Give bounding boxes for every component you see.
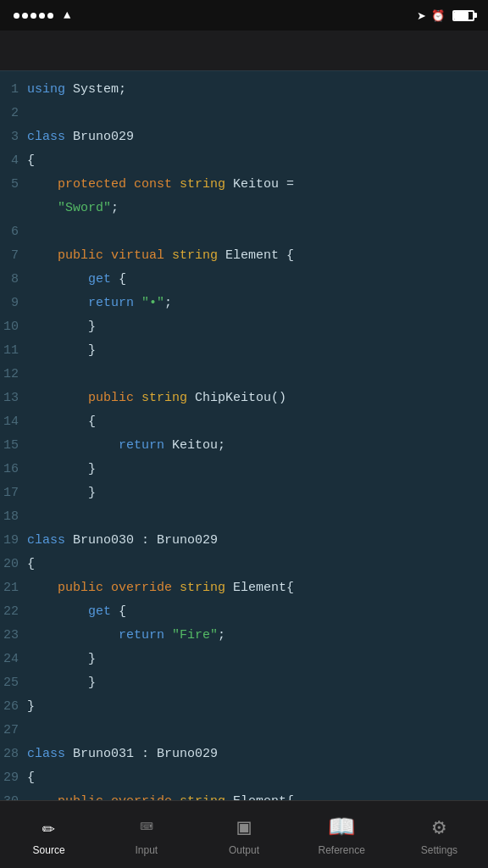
line-code: { bbox=[27, 149, 488, 173]
line-number: 2 bbox=[0, 106, 27, 120]
line-number: 23 bbox=[0, 628, 27, 643]
line-code: { bbox=[27, 766, 488, 790]
code-line: 6 bbox=[0, 220, 488, 244]
line-number: 25 bbox=[0, 676, 27, 690]
line-code: } bbox=[27, 458, 488, 481]
line-code: public override string Element{ bbox=[27, 576, 488, 600]
code-line: 26} bbox=[0, 695, 488, 719]
wifi-icon: ▲ bbox=[64, 8, 70, 22]
line-number: 7 bbox=[0, 248, 27, 263]
line-number: 5 bbox=[0, 177, 27, 192]
line-code: public string ChipKeitou() bbox=[27, 387, 488, 410]
code-line: 25 } bbox=[0, 671, 488, 695]
line-code: return "•"; bbox=[27, 292, 488, 315]
code-line: 30 public override string Element{ bbox=[0, 790, 488, 800]
code-line: 12 bbox=[0, 363, 488, 387]
code-line: 9 return "•"; bbox=[0, 292, 488, 315]
tab-item-input[interactable]: ⌨Input bbox=[97, 801, 195, 868]
line-code: class Bruno029 bbox=[27, 125, 488, 149]
line-code: protected const string Keitou = bbox=[27, 173, 488, 197]
line-number: 10 bbox=[0, 320, 27, 334]
line-number: 12 bbox=[0, 367, 27, 381]
code-line: 24 } bbox=[0, 648, 488, 671]
code-line: 2 bbox=[0, 102, 488, 125]
code-line: 28class Bruno031 : Bruno029 bbox=[0, 743, 488, 766]
line-code: } bbox=[27, 481, 488, 505]
code-line: 11 } bbox=[0, 339, 488, 363]
output-tab-icon: ▣ bbox=[237, 814, 251, 841]
line-code: } bbox=[27, 648, 488, 671]
line-number: 26 bbox=[0, 699, 27, 714]
line-number: 18 bbox=[0, 509, 27, 524]
toolbar bbox=[0, 31, 488, 71]
line-code: return Keitou; bbox=[27, 434, 488, 458]
line-number: 9 bbox=[0, 296, 27, 310]
line-number: 22 bbox=[0, 604, 27, 619]
code-editor[interactable]: 1using System;2 3class Bruno0294{5 prote… bbox=[0, 71, 488, 800]
code-line: 19class Bruno030 : Bruno029 bbox=[0, 529, 488, 553]
status-bar: ▲ ➤ ⏰ bbox=[0, 0, 488, 31]
location-icon: ➤ bbox=[417, 9, 426, 22]
battery-container bbox=[450, 10, 474, 21]
reference-tab-label: Reference bbox=[319, 844, 365, 856]
signal-dots bbox=[14, 13, 53, 19]
code-line: 22 get { bbox=[0, 600, 488, 624]
line-number: 8 bbox=[0, 272, 27, 287]
code-line: 29{ bbox=[0, 766, 488, 790]
line-code: get { bbox=[27, 600, 488, 624]
line-number: 15 bbox=[0, 438, 27, 453]
code-line: 18 bbox=[0, 505, 488, 529]
line-number: 11 bbox=[0, 343, 27, 358]
line-number: 13 bbox=[0, 391, 27, 405]
line-code: "Sword"; bbox=[27, 197, 488, 220]
line-code bbox=[27, 363, 488, 387]
code-line: 3class Bruno029 bbox=[0, 125, 488, 149]
line-number: 19 bbox=[0, 533, 27, 548]
line-number: 28 bbox=[0, 747, 27, 761]
output-tab-label: Output bbox=[229, 844, 259, 856]
line-number: 3 bbox=[0, 130, 27, 144]
tab-item-output[interactable]: ▣Output bbox=[195, 801, 292, 868]
line-code: } bbox=[27, 315, 488, 339]
line-number: 1 bbox=[0, 82, 27, 97]
line-code: class Bruno030 : Bruno029 bbox=[27, 529, 488, 553]
line-code: } bbox=[27, 695, 488, 719]
line-number: 6 bbox=[0, 225, 27, 239]
line-code: get { bbox=[27, 268, 488, 292]
line-code: } bbox=[27, 671, 488, 695]
tab-item-settings[interactable]: ⚙Settings bbox=[391, 801, 488, 868]
line-number: 14 bbox=[0, 415, 27, 429]
battery-icon bbox=[452, 10, 474, 21]
settings-tab-label: Settings bbox=[421, 844, 458, 856]
line-code bbox=[27, 505, 488, 529]
status-left: ▲ bbox=[14, 8, 70, 22]
code-content: 1using System;2 3class Bruno0294{5 prote… bbox=[0, 71, 488, 800]
reference-tab-icon: 📖 bbox=[328, 814, 355, 841]
line-code: } bbox=[27, 339, 488, 363]
code-line: 15 return Keitou; bbox=[0, 434, 488, 458]
source-tab-icon: ✏ bbox=[42, 814, 56, 841]
line-number: 29 bbox=[0, 771, 27, 785]
line-number: 30 bbox=[0, 794, 27, 800]
code-line: 23 return "Fire"; bbox=[0, 624, 488, 648]
source-tab-label: Source bbox=[33, 844, 65, 856]
code-line: 20{ bbox=[0, 553, 488, 576]
line-code: public virtual string Element { bbox=[27, 244, 488, 268]
code-line: "Sword"; bbox=[0, 197, 488, 220]
tab-item-reference[interactable]: 📖Reference bbox=[293, 801, 391, 868]
status-right: ➤ ⏰ bbox=[417, 9, 474, 22]
line-code: { bbox=[27, 553, 488, 576]
line-code: public override string Element{ bbox=[27, 790, 488, 800]
code-line: 1using System; bbox=[0, 78, 488, 102]
code-line: 10 } bbox=[0, 315, 488, 339]
line-number: 17 bbox=[0, 486, 27, 500]
input-tab-icon: ⌨ bbox=[140, 814, 153, 841]
line-code: using System; bbox=[27, 78, 488, 102]
line-code: class Bruno031 : Bruno029 bbox=[27, 743, 488, 766]
line-code bbox=[27, 220, 488, 244]
tab-item-source[interactable]: ✏Source bbox=[0, 801, 97, 868]
code-line: 8 get { bbox=[0, 268, 488, 292]
line-number: 4 bbox=[0, 153, 27, 168]
code-line: 5 protected const string Keitou = bbox=[0, 173, 488, 197]
line-number: 20 bbox=[0, 557, 27, 571]
